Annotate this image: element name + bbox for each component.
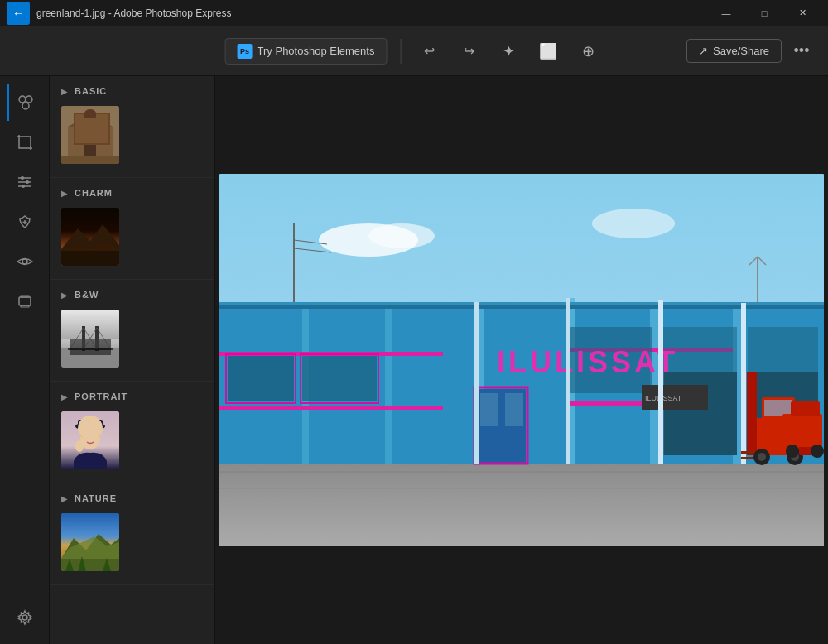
- crop-icon: [16, 133, 34, 151]
- svg-rect-104: [747, 372, 752, 455]
- more-options-button[interactable]: •••: [788, 38, 815, 65]
- filter-nature-thumbnails: [50, 510, 214, 581]
- filter-panel: ▶ BASIC: [50, 76, 215, 644]
- svg-rect-97: [474, 302, 479, 464]
- adjust-icon: [16, 173, 34, 191]
- svg-rect-25: [86, 132, 94, 141]
- svg-rect-17: [19, 297, 31, 305]
- svg-point-49: [79, 426, 101, 440]
- svg-rect-105: [752, 372, 757, 455]
- svg-point-1: [26, 96, 32, 103]
- nav-adjust-button[interactable]: [7, 164, 43, 200]
- filter-bw-header[interactable]: ▶ B&W: [50, 290, 214, 306]
- toolbar: Ps Try Photoshop Elements ↩ ↪ ✦ ⬜ ⊕ ↗ Sa…: [0, 26, 828, 76]
- zoom-button[interactable]: ⊕: [573, 36, 603, 66]
- nav-crop-button[interactable]: [7, 124, 43, 161]
- svg-rect-19: [21, 305, 29, 307]
- svg-rect-98: [566, 298, 570, 464]
- svg-point-20: [22, 615, 27, 620]
- back-button[interactable]: ←: [7, 2, 30, 25]
- filter-portrait-title: PORTRAIT: [75, 392, 128, 401]
- nav-eyes-button[interactable]: [7, 243, 43, 280]
- svg-rect-28: [86, 116, 94, 124]
- redo-button[interactable]: ↪: [454, 36, 484, 66]
- filter-bw-thumbnail[interactable]: [61, 310, 119, 368]
- svg-rect-3: [19, 137, 31, 148]
- nature-thumb-image: [61, 513, 119, 571]
- undo-button[interactable]: ↩: [414, 36, 444, 66]
- ps-icon: Ps: [238, 44, 253, 59]
- compare-button[interactable]: ⬜: [533, 36, 563, 66]
- svg-point-51: [93, 435, 96, 438]
- chevron-charm: ▶: [61, 189, 68, 198]
- filter-charm-header[interactable]: ▶ CHARM: [50, 188, 214, 204]
- filter-section-bw: ▶ B&W: [50, 280, 214, 382]
- main-photo-svg: ILULISSAT ILULISSAT: [219, 174, 824, 546]
- try-photoshop-elements-button[interactable]: Ps Try Photoshop Elements: [225, 38, 388, 65]
- svg-rect-77: [228, 356, 294, 401]
- svg-rect-74: [219, 406, 443, 410]
- svg-point-13: [22, 185, 25, 188]
- svg-point-52: [75, 440, 84, 452]
- svg-rect-113: [782, 414, 822, 447]
- save-share-button[interactable]: ↗ Save/Share: [686, 39, 782, 63]
- chevron-bw: ▶: [61, 291, 68, 300]
- filter-charm-thumbnail[interactable]: [61, 208, 119, 266]
- svg-point-50: [84, 435, 88, 438]
- bw-thumb-image: [61, 310, 119, 368]
- layers-icon: [16, 292, 34, 310]
- filter-portrait-header[interactable]: ▶ PORTRAIT: [50, 392, 214, 408]
- svg-point-116: [811, 445, 824, 458]
- share-icon: ↗: [699, 45, 708, 57]
- maximize-button[interactable]: □: [745, 0, 783, 26]
- svg-rect-114: [791, 401, 820, 416]
- svg-point-115: [786, 445, 799, 458]
- filter-nature-header[interactable]: ▶ NATURE: [50, 493, 214, 510]
- svg-rect-68: [385, 306, 392, 464]
- filter-basic-header[interactable]: ▶ BASIC: [50, 86, 214, 103]
- svg-rect-30: [61, 156, 119, 164]
- minimize-button[interactable]: —: [707, 0, 745, 26]
- svg-rect-91: [505, 393, 523, 426]
- svg-rect-18: [21, 296, 29, 297]
- svg-rect-100: [741, 303, 746, 464]
- nav-effects-button[interactable]: [7, 84, 43, 121]
- filter-basic-thumbnails: [50, 103, 214, 174]
- svg-rect-27: [84, 143, 96, 156]
- title-bar: ← greenland-1.jpg - Adobe Photoshop Expr…: [0, 0, 828, 26]
- chevron-basic: ▶: [61, 87, 68, 96]
- svg-rect-43: [68, 348, 113, 350]
- toolbar-divider-1: [400, 39, 401, 64]
- save-share-label: Save/Share: [713, 45, 769, 57]
- svg-text:ILULISSAT: ILULISSAT: [645, 394, 682, 402]
- svg-marker-23: [68, 114, 113, 127]
- filter-section-portrait: ▶ PORTRAIT: [50, 382, 214, 483]
- nav-layers-button[interactable]: [7, 283, 43, 320]
- icon-nav-bottom: [7, 599, 43, 636]
- chevron-nature: ▶: [61, 494, 68, 503]
- eye-icon: [16, 252, 34, 271]
- svg-rect-24: [74, 132, 82, 141]
- filter-basic-thumbnail[interactable]: [61, 106, 119, 164]
- svg-point-0: [19, 96, 26, 103]
- svg-rect-47: [78, 420, 103, 428]
- chevron-portrait: ▶: [61, 392, 68, 401]
- basic-thumb-image: [61, 106, 119, 164]
- main-image-container: ILULISSAT ILULISSAT: [219, 174, 824, 546]
- svg-text:ILULISSAT: ILULISSAT: [497, 345, 678, 379]
- filter-portrait-thumbnail[interactable]: [61, 411, 119, 469]
- try-ps-label: Try Photoshop Elements: [258, 45, 375, 57]
- nav-heal-button[interactable]: [7, 204, 43, 240]
- nav-settings-button[interactable]: [7, 599, 43, 636]
- filter-charm-thumbnails: [50, 204, 214, 276]
- filter-section-charm: ▶ CHARM: [50, 178, 214, 280]
- svg-point-62: [592, 209, 675, 238]
- filter-nature-thumbnail[interactable]: [61, 513, 119, 571]
- close-button[interactable]: ✕: [783, 0, 821, 26]
- svg-rect-26: [99, 132, 107, 141]
- auto-enhance-button[interactable]: ✦: [493, 36, 523, 66]
- svg-point-29: [88, 118, 93, 123]
- icon-nav-top: [7, 84, 43, 320]
- charm-thumb-image: [61, 208, 119, 266]
- icon-nav: [0, 76, 50, 644]
